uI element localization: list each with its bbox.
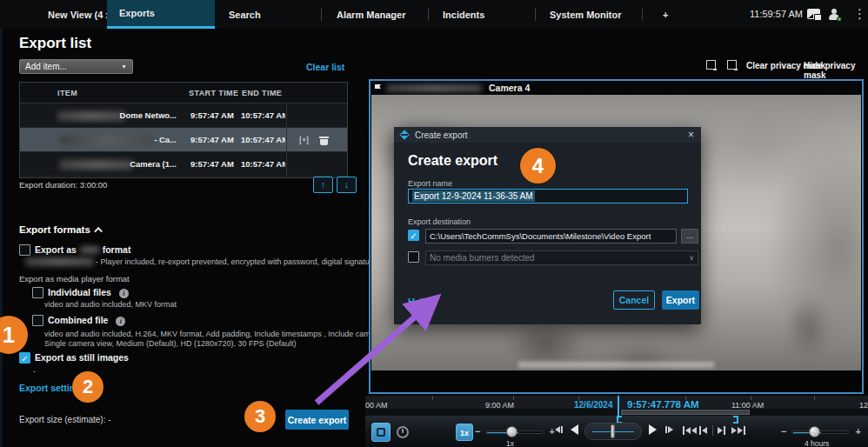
timespan-slider-thumb[interactable] [809, 426, 820, 437]
jog-shuttle-control[interactable] [584, 423, 642, 440]
nav-divider [642, 8, 643, 21]
dialog-titlebar[interactable]: Create export × [394, 127, 701, 143]
selection-end-bracket-icon[interactable] [733, 416, 738, 424]
add-item-dropdown[interactable]: Add item... ▼ [19, 59, 133, 74]
destination-path-input[interactable]: C:\Users\TechCommSys\Documents\Milestone… [425, 229, 677, 244]
browse-button[interactable]: ... [681, 229, 698, 244]
clear-list-link[interactable]: Clear list [306, 62, 344, 72]
jog-thumb[interactable] [611, 424, 615, 438]
prev-frame-button[interactable] [555, 426, 563, 433]
dialog-heading: Create export [408, 153, 497, 169]
triangle-right-icon [738, 427, 743, 434]
move-up-button[interactable]: ↑ [313, 177, 333, 193]
combined-file-description-2: Single camera view, Medium (Default), HD… [44, 339, 297, 348]
tab-search[interactable]: Search [217, 0, 273, 29]
selected-text: Export 12-9-2024 11-36-35 AM [412, 190, 535, 202]
column-divider [286, 152, 287, 176]
help-link[interactable]: Help [408, 297, 429, 307]
status-dot [837, 17, 842, 22]
time-select-icon[interactable] [397, 426, 409, 438]
camera-title: Camera 4 [489, 83, 530, 93]
item-name: Camera (1... [130, 159, 177, 169]
move-down-button[interactable]: ↓ [337, 177, 357, 193]
destination-checkbox[interactable]: ✓ [408, 230, 419, 241]
timeline-playhead[interactable] [618, 396, 619, 418]
redacted-product-name [25, 257, 94, 266]
cancel-button[interactable]: Cancel [613, 290, 655, 310]
redacted-item-name [60, 136, 153, 145]
tab-exports[interactable]: Exports [107, 0, 215, 29]
collapse-chevron-icon [94, 227, 103, 236]
timespan-slider[interactable]: − + [783, 424, 858, 441]
export-formats-header[interactable]: Export formats [19, 224, 103, 235]
media-burner-dropdown[interactable]: No media burners detected ∨ [425, 250, 698, 265]
triangle-left-icon [571, 424, 578, 435]
export-button[interactable]: Export [662, 290, 699, 310]
dialog-title: Create export [415, 130, 468, 140]
table-row-selected[interactable]: - Ca... 9:57:47 AM 10:57:47 AM [+] [20, 128, 347, 152]
prev-image-button[interactable] [699, 426, 707, 435]
selection-mode-button[interactable] [371, 423, 391, 442]
clock-display: 11:59:57 AM [750, 9, 803, 19]
individual-files-description: video and audio included, MKV format [44, 300, 177, 309]
speed-slider[interactable]: − + [477, 424, 551, 441]
add-privacy-mask-icon[interactable] [706, 60, 716, 70]
table-row[interactable]: Camera (1... 9:57:47 AM 10:57:47 AM [20, 152, 347, 177]
combined-file-checkbox[interactable] [32, 315, 43, 326]
set-time-icon[interactable]: [+] [299, 135, 309, 144]
col-end-time: END TIME [242, 89, 282, 97]
selected-range-bar[interactable] [621, 410, 750, 415]
tick-mark [513, 396, 514, 400]
chevron-down-icon: ∨ [689, 254, 694, 262]
tab-incidents[interactable]: Incidents [431, 0, 497, 29]
create-export-button[interactable]: Create export [285, 410, 349, 430]
user-profile-icon[interactable] [828, 9, 840, 20]
start-time: 9:57:47 AM [190, 159, 234, 169]
remove-privacy-mask-icon[interactable] [727, 60, 737, 70]
timespan-minus-icon[interactable]: − [781, 426, 786, 437]
next-frame-button[interactable] [665, 426, 673, 433]
media-burner-checkbox[interactable] [408, 251, 419, 263]
col-start-time: START TIME [189, 89, 238, 97]
info-icon[interactable]: i [116, 317, 125, 326]
play-backward-button[interactable] [571, 424, 578, 435]
control-divider [712, 425, 713, 436]
speed-caption: 1x [506, 439, 514, 447]
triangle-left-icon [691, 427, 697, 434]
table-row[interactable]: Dome Netwo... 9:57:47 AM 10:57:47 AM [20, 103, 347, 128]
callout-step-4: 4 [520, 148, 556, 183]
next-image-button[interactable] [718, 426, 725, 435]
format1-checkbox[interactable] [19, 244, 30, 256]
nav-divider [428, 8, 429, 21]
still-images-checkbox[interactable]: ✓ [19, 352, 30, 364]
triangle-right-icon [718, 427, 723, 434]
triangle-left-icon [555, 426, 560, 433]
bar-icon [561, 426, 563, 433]
item-name: Dome Netwo... [120, 110, 177, 120]
export-name-input[interactable]: Export 12-9-2024 11-36-35 AM [408, 189, 688, 203]
individual-files-label: Individual files i [48, 287, 129, 298]
timespan-plus-icon[interactable]: + [856, 426, 861, 437]
export-name-label: Export name [408, 179, 452, 188]
individual-files-checkbox[interactable] [32, 287, 43, 298]
prev-sequence-button[interactable] [683, 426, 697, 435]
timeline-subtrack[interactable] [365, 409, 868, 416]
playback-speed-button[interactable]: 1x [456, 424, 473, 441]
speed-slider-thumb[interactable] [506, 426, 517, 437]
close-icon[interactable]: × [688, 130, 694, 139]
camera-title-bar: Camera 4 [371, 81, 862, 95]
speed-minus-icon[interactable]: − [475, 426, 480, 437]
tab-system-monitor[interactable]: System Monitor [537, 0, 634, 29]
next-sequence-button[interactable] [731, 426, 745, 435]
new-tab-button[interactable]: + [651, 0, 680, 29]
play-forward-button[interactable] [649, 424, 657, 435]
overflow-menu-icon[interactable]: ⋮ [853, 8, 866, 19]
end-time: 10:57:47 AM [241, 159, 285, 169]
info-icon[interactable]: i [119, 289, 129, 298]
tab-alarm-manager[interactable]: Alarm Manager [324, 0, 417, 29]
delete-icon[interactable] [319, 135, 329, 145]
hide-privacy-mask-button[interactable]: Hide privacy mask [804, 61, 868, 80]
export-size-label: Export size (estimate): - [19, 415, 111, 424]
evidence-lock-icon[interactable] [807, 9, 820, 19]
nav-divider [321, 8, 322, 21]
